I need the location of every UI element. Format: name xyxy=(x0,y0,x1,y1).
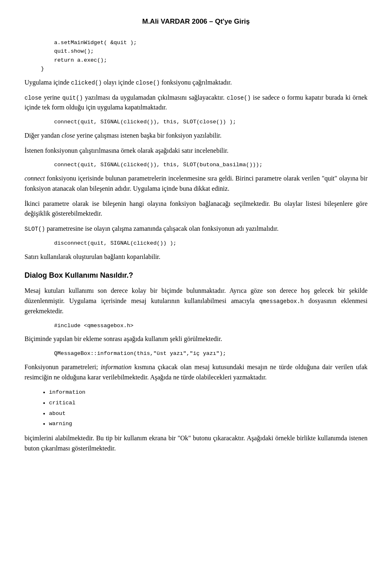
paragraph-5: İstenen fonksiyonun çalıştırılmasına örn… xyxy=(24,146,368,156)
code-block-5: #include <qmessagebox.h> xyxy=(41,321,368,330)
paragraph-11: Biçiminde yapılan bir ekleme sonrası aşa… xyxy=(24,334,368,344)
code-block-3: connect(quit, SIGNAL(clicked()), this, S… xyxy=(41,161,368,169)
inline-code-close2: close xyxy=(24,95,42,101)
italic-connect: connect xyxy=(24,175,45,182)
inline-code-qmessagebox: qmessagebox.h xyxy=(259,298,304,305)
list-item-critical: critical xyxy=(49,398,368,408)
italic-close: close xyxy=(62,132,75,139)
inline-code-clicked: clicked() xyxy=(71,80,102,86)
code-block-1: a.setMainWidget( &quit ); quit.show(); r… xyxy=(41,38,368,74)
paragraph-12: Fonksiyonun parametreleri; information k… xyxy=(24,362,368,383)
inline-code-quit: quit() xyxy=(62,95,82,101)
list-item-warning: warning xyxy=(49,419,368,429)
list-item-information: information xyxy=(49,387,368,398)
inline-code-close: close() xyxy=(136,80,160,86)
inline-code-slot: SLOT() xyxy=(24,226,45,232)
paragraph-9: Satırı kullanılarak oluşturulan bağlantı… xyxy=(24,252,368,262)
code-block-4: disconnect(quit, SIGNAL(clicked()) ); xyxy=(41,239,368,248)
inline-code-close3: close() xyxy=(227,95,251,101)
paragraph-8: SLOT() parametresine ise olayın çalışma … xyxy=(24,224,368,234)
code-block-2: connect(quit, SIGNAL(clicked()), this, S… xyxy=(41,118,368,127)
paragraph-2: close yerine quit() yazılması da uygulam… xyxy=(24,93,368,113)
paragraph-4: Diğer yandan close yerine çalışması iste… xyxy=(24,131,368,141)
list-item-about: about xyxy=(49,408,368,419)
page-title: M.Ali VARDAR 2006 – Qt'ye Giriş xyxy=(24,16,368,27)
paragraph-6: connect fonksiyonu içerisinde bulunan pa… xyxy=(24,174,368,194)
paragraph-1: Uygulama içinde clicked() olayı içinde c… xyxy=(24,78,368,88)
section-heading-dialog: Dialog Box Kullanımı Nasıldır.? xyxy=(24,270,368,281)
paragraph-10: Mesaj kutuları kullanımı son derece kola… xyxy=(24,286,368,316)
type-list: information critical about warning xyxy=(49,387,368,429)
paragraph-13: biçimlerini alabilmektedir. Bu tip bir k… xyxy=(24,433,368,454)
italic-information: information xyxy=(101,363,132,370)
code-block-6: QMessageBox::information(this,"üst yazı"… xyxy=(41,349,368,358)
paragraph-7: İkinci parametre olarak ise bileşenin ha… xyxy=(24,199,368,219)
